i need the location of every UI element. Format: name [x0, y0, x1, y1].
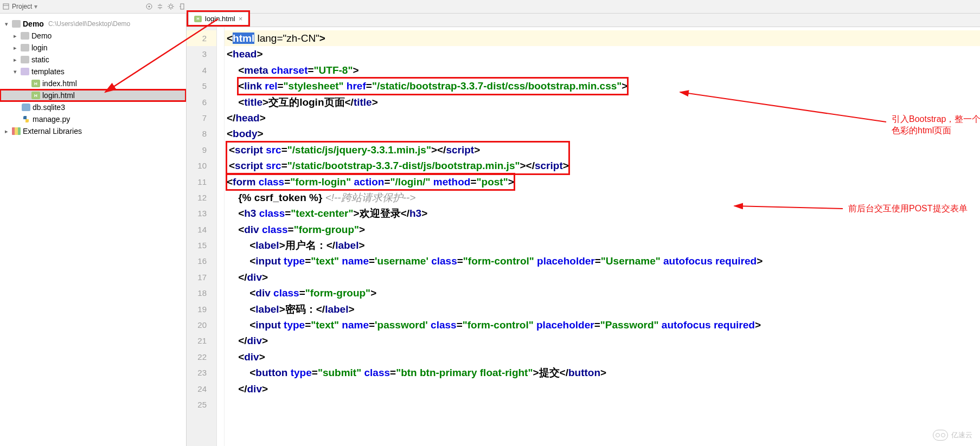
tree-label: manage.py — [33, 115, 70, 124]
close-icon[interactable]: × — [239, 15, 243, 23]
tree-item[interactable]: ▸static — [0, 54, 186, 66]
chevron-right-icon[interactable]: ▸ — [12, 44, 18, 51]
target-icon[interactable] — [145, 3, 153, 10]
tree-label: index.html — [42, 79, 77, 88]
chevron-down-icon[interactable]: ▾ — [12, 68, 18, 75]
database-icon — [22, 104, 30, 111]
folder-icon — [21, 32, 29, 40]
folder-icon — [21, 68, 29, 75]
svg-point-4 — [169, 5, 172, 8]
tree-label: Demo — [23, 20, 44, 28]
project-label[interactable]: Project ▾ — [12, 3, 37, 10]
tree-external-libs[interactable]: ▸External Libraries — [0, 125, 186, 137]
folder-icon — [21, 56, 29, 63]
chevron-right-icon[interactable]: ▸ — [12, 56, 18, 63]
watermark-text: 亿速云 — [951, 430, 972, 440]
chevron-right-icon[interactable]: ▸ — [12, 33, 18, 40]
tree-label: db.sqlite3 — [33, 103, 65, 112]
tree-item[interactable]: manage.py — [0, 113, 186, 125]
tree-item[interactable]: ▸Demo — [0, 30, 186, 42]
tree-item[interactable]: ▾templates — [0, 66, 186, 77]
project-tool-icon[interactable] — [2, 3, 10, 10]
tree-item[interactable]: Hindex.html — [0, 77, 186, 89]
gear-icon[interactable] — [167, 3, 175, 10]
chevron-down-icon[interactable]: ▾ — [3, 21, 10, 28]
tree-root[interactable]: ▾ Demo C:\Users\dell\Desktop\Demo — [0, 18, 186, 30]
editor-tab[interactable]: H login.html × — [188, 12, 248, 25]
libraries-icon — [12, 127, 21, 135]
minimize-icon[interactable] — [178, 3, 185, 10]
folder-icon — [12, 20, 21, 28]
fold-column[interactable] — [217, 27, 225, 446]
tree-label: External Libraries — [23, 127, 82, 135]
ide-toolbar: Project ▾ — [0, 0, 980, 14]
svg-rect-5 — [181, 4, 184, 9]
folder-icon — [21, 44, 29, 51]
chevron-right-icon[interactable]: ▸ — [3, 128, 10, 135]
tree-label: templates — [31, 67, 65, 76]
tree-item[interactable]: ▸login — [0, 42, 186, 54]
annotation-text: 引入Bootstrap，整一个稍微带点色彩的html页面 — [892, 114, 980, 137]
html-file-icon: H — [31, 80, 40, 87]
watermark: 亿速云 — [933, 430, 972, 441]
html-file-icon: H — [31, 92, 40, 99]
html-file-icon: H — [194, 16, 202, 22]
watermark-icon — [933, 430, 948, 441]
tree-item[interactable]: db.sqlite3 — [0, 101, 186, 113]
tab-title: login.html — [205, 15, 235, 23]
tree-label: login — [31, 43, 48, 52]
code-editor[interactable]: <html lang="zh-CN"><head> <meta charset=… — [225, 27, 980, 446]
tree-path: C:\Users\dell\Desktop\Demo — [48, 20, 130, 28]
tree-label: static — [31, 55, 49, 64]
annotation-text: 前后台交互使用POST提交表单 — [848, 203, 968, 215]
tree-label: Demo — [31, 31, 52, 40]
svg-point-3 — [149, 6, 150, 8]
tree-label: login.html — [42, 91, 75, 100]
tree-item-selected[interactable]: Hlogin.html — [0, 89, 186, 101]
editor-tabbar: H login.html × — [187, 14, 980, 27]
python-file-icon — [22, 115, 30, 123]
project-tree[interactable]: ▾ Demo C:\Users\dell\Desktop\Demo ▸Demo … — [0, 14, 187, 446]
line-number-gutter[interactable]: 2345678910111213141516171819202122232425 — [187, 27, 217, 446]
svg-rect-0 — [3, 4, 9, 9]
collapse-icon[interactable] — [156, 3, 164, 10]
